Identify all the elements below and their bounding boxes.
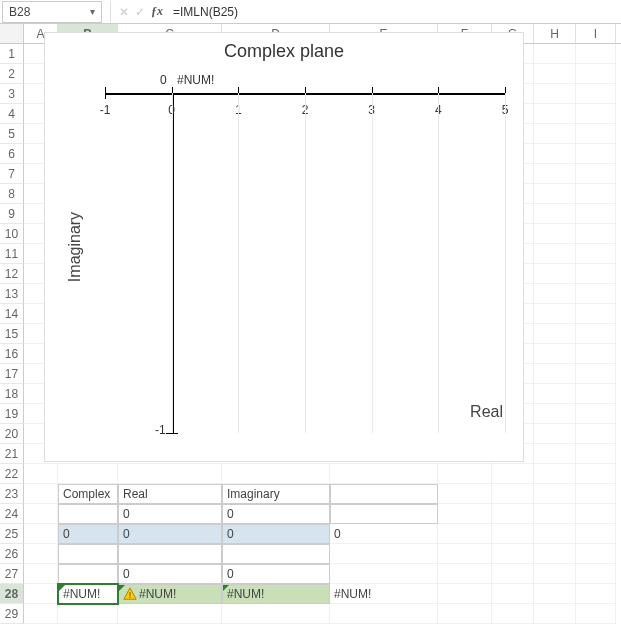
row-header[interactable]: 1 (0, 44, 24, 64)
cell[interactable] (534, 364, 576, 384)
row-header[interactable]: 22 (0, 464, 24, 484)
cell[interactable] (534, 44, 576, 64)
row-header[interactable]: 13 (0, 284, 24, 304)
row-header[interactable]: 6 (0, 144, 24, 164)
cell[interactable] (492, 564, 534, 584)
cell[interactable] (534, 304, 576, 324)
cell[interactable] (330, 464, 438, 484)
row-header[interactable]: 8 (0, 184, 24, 204)
cell[interactable] (330, 544, 438, 564)
cell[interactable] (24, 484, 58, 504)
cell[interactable] (534, 584, 576, 604)
row-header[interactable]: 29 (0, 604, 24, 624)
cell[interactable] (58, 464, 118, 484)
cell[interactable] (576, 164, 616, 184)
select-all-corner[interactable] (0, 24, 24, 43)
cell[interactable] (492, 484, 534, 504)
cell[interactable] (58, 564, 118, 584)
row-header[interactable]: 10 (0, 224, 24, 244)
name-box[interactable]: B28 ▾ (2, 1, 102, 23)
cell[interactable] (118, 464, 222, 484)
row-header[interactable]: 17 (0, 364, 24, 384)
cell[interactable] (576, 324, 616, 344)
cell[interactable] (576, 104, 616, 124)
cell[interactable] (534, 324, 576, 344)
formula-input[interactable]: =IMLN(B25) (167, 5, 621, 19)
cell[interactable] (576, 464, 616, 484)
cell[interactable] (438, 604, 492, 624)
cell[interactable] (534, 524, 576, 544)
cell[interactable] (576, 404, 616, 424)
cell[interactable] (438, 464, 492, 484)
cell[interactable] (534, 124, 576, 144)
cell[interactable] (534, 604, 576, 624)
cell[interactable] (576, 304, 616, 324)
row-header[interactable]: 15 (0, 324, 24, 344)
column-header[interactable]: H (534, 24, 576, 43)
row-header[interactable]: 19 (0, 404, 24, 424)
row-header[interactable]: 24 (0, 504, 24, 524)
cell[interactable] (534, 244, 576, 264)
cell[interactable] (576, 144, 616, 164)
cell[interactable]: #NUM! (222, 584, 330, 604)
row-header[interactable]: 21 (0, 444, 24, 464)
row-header[interactable]: 16 (0, 344, 24, 364)
cell[interactable] (576, 244, 616, 264)
cell[interactable] (576, 484, 616, 504)
cell[interactable] (576, 604, 616, 624)
cell[interactable] (534, 184, 576, 204)
row-header[interactable]: 23 (0, 484, 24, 504)
cell[interactable] (58, 504, 118, 524)
cell[interactable] (534, 344, 576, 364)
cell[interactable] (576, 204, 616, 224)
row-header[interactable]: 25 (0, 524, 24, 544)
cell[interactable] (438, 584, 492, 604)
cell[interactable] (492, 524, 534, 544)
cell[interactable]: 0 (58, 524, 118, 544)
cell[interactable] (438, 544, 492, 564)
cell[interactable]: 0 (118, 524, 222, 544)
cell[interactable] (534, 404, 576, 424)
row-header[interactable]: 18 (0, 384, 24, 404)
cell[interactable] (576, 84, 616, 104)
cell[interactable] (492, 584, 534, 604)
cell[interactable] (330, 564, 438, 584)
row-header[interactable]: 12 (0, 264, 24, 284)
cell[interactable]: 0 (222, 524, 330, 544)
row-header[interactable]: 5 (0, 124, 24, 144)
cell[interactable] (576, 224, 616, 244)
cell[interactable] (534, 264, 576, 284)
cell[interactable] (576, 424, 616, 444)
cell[interactable] (438, 524, 492, 544)
cell[interactable]: 0 (118, 504, 222, 524)
cell[interactable] (24, 464, 58, 484)
cell[interactable]: 0 (118, 564, 222, 584)
cell[interactable] (576, 264, 616, 284)
row-header[interactable]: 3 (0, 84, 24, 104)
cell[interactable] (576, 124, 616, 144)
cell[interactable] (576, 444, 616, 464)
column-header[interactable]: I (576, 24, 616, 43)
cell[interactable] (534, 564, 576, 584)
row-header[interactable]: 14 (0, 304, 24, 324)
row-header[interactable]: 11 (0, 244, 24, 264)
cell[interactable] (576, 64, 616, 84)
cell[interactable]: 0 (222, 504, 330, 524)
cell[interactable] (576, 504, 616, 524)
row-header[interactable]: 7 (0, 164, 24, 184)
cell[interactable] (534, 224, 576, 244)
row-header[interactable]: 2 (0, 64, 24, 84)
fx-icon[interactable]: ƒx (151, 4, 163, 19)
cell[interactable] (576, 584, 616, 604)
cell[interactable] (534, 164, 576, 184)
cell[interactable] (118, 544, 222, 564)
cell[interactable]: Complex (58, 484, 118, 504)
cell[interactable] (534, 504, 576, 524)
cell[interactable] (534, 384, 576, 404)
cell[interactable] (534, 464, 576, 484)
cell[interactable]: #NUM! (58, 584, 118, 604)
row-header[interactable]: 4 (0, 104, 24, 124)
cell[interactable] (330, 504, 438, 524)
cell[interactable] (58, 604, 118, 624)
cell[interactable] (118, 604, 222, 624)
